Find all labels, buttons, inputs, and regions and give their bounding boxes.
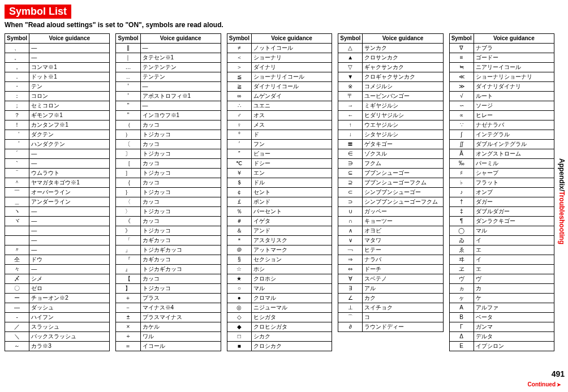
symbol-cell: ∃ (338, 284, 363, 294)
symbol-cell: ー (5, 294, 29, 303)
symbol-cell: ⇔ (338, 265, 363, 274)
table-row: ℃ドシー (227, 159, 332, 169)
symbol-cell: 〉 (116, 207, 140, 217)
symbol-cell: ⊥ (338, 303, 363, 313)
voice-cell: ヒテー (363, 245, 443, 255)
table-row: ∞ムゲンダイ (227, 92, 332, 101)
symbol-cell: ♪ (449, 188, 474, 197)
table-row: ＄ドル (227, 178, 332, 188)
col-5: SymbolVoice guidance∇ナブラ≡ゴードー≒ニアリーイコール≪シ… (449, 33, 554, 351)
voice-cell: メス (251, 120, 332, 130)
voice-cell: ― (29, 159, 110, 169)
symbol-table: SymbolVoice guidance≠ノットイコール＜ショーナリ＞ダイナリ≦… (227, 33, 332, 351)
table-row: √ルート (449, 92, 554, 101)
symbol-cell: ゝ (5, 226, 29, 236)
voice-cell: ベータ (474, 313, 554, 322)
voice-cell: トジカッコ (140, 130, 221, 140)
symbol-cell: ÷ (116, 332, 140, 342)
symbol-cell: ＞ (227, 63, 251, 72)
voice-cell: カ (474, 284, 554, 294)
table-row: ⌒コ (338, 313, 443, 322)
symbol-cell: 《 (116, 217, 140, 226)
table-row: ★クロホシ (227, 274, 332, 284)
voice-cell: シャープ (474, 169, 554, 178)
voice-cell: デルタ (474, 332, 554, 342)
symbol-cell: 」 (116, 245, 140, 255)
voice-cell: クロギャクサンカク (363, 72, 443, 82)
symbol-cell: ＠ (227, 245, 251, 255)
voice-cell: スラッシュ (29, 322, 110, 332)
voice-cell: ― (140, 101, 221, 111)
voice-cell: プラスマイナス (140, 313, 221, 322)
symbol-cell: ↑ (338, 120, 363, 130)
voice-cell: スイチョク (363, 303, 443, 313)
symbol-cell: ％ (227, 207, 251, 217)
table-row: ％パーセント (227, 207, 332, 217)
symbol-cell: ℃ (227, 159, 251, 169)
side-label-black: Appendix/ (558, 158, 566, 191)
table-row: ヽ― (5, 207, 110, 217)
table-row: 仝ドウ (5, 255, 110, 265)
voice-cell: ダガー (474, 197, 554, 207)
voice-cell: セント (251, 188, 332, 197)
table-row: 〒ユービンバンゴー (338, 92, 443, 101)
table-row: ―ダッシュ (5, 303, 110, 313)
table-row: Βベータ (449, 313, 554, 322)
table-row: ￢ヒテー (338, 245, 443, 255)
voice-cell: テン (29, 82, 110, 92)
continued-indicator: Continued (528, 381, 561, 387)
table-row: ♀メス (227, 120, 332, 130)
symbol-cell: ¶ (449, 217, 474, 226)
symbol-cell: ∫ (449, 130, 474, 140)
voice-cell: ニジューマル (251, 303, 332, 313)
symbol-cell: ‰ (449, 159, 474, 169)
symbol-cell: ‖ (116, 44, 140, 53)
symbol-cell: ∝ (449, 111, 474, 120)
symbol-cell: ＄ (227, 178, 251, 188)
voice-cell: アル (363, 284, 443, 294)
symbol-cell: ≦ (227, 72, 251, 82)
symbol-cell: ＃ (227, 217, 251, 226)
voice-cell: ― (29, 53, 110, 63)
voice-cell: タテセン※1 (140, 53, 221, 63)
voice-cell: ハンダクテン (29, 140, 110, 149)
table-row: ヶケ (449, 294, 554, 303)
table-row: ´― (5, 149, 110, 159)
voice-cell: ポンド (251, 197, 332, 207)
voice-cell: ショーナリ (251, 53, 332, 63)
symbol-cell: " (116, 111, 140, 120)
symbol-cell: ‐ (5, 313, 29, 322)
table-row: 〇ゼロ (5, 284, 110, 294)
voice-cell: ミギヤジルシ (363, 101, 443, 111)
symbol-cell: ＼ (5, 332, 29, 342)
symbol-cell: 〇 (5, 284, 29, 294)
table-row: ＆アンド (227, 226, 332, 236)
table-row: ♭フラット (449, 178, 554, 188)
voice-cell: ダンラクキゴー (474, 217, 554, 226)
table-row: ⊇ブブンシューゴーフクム (338, 178, 443, 188)
symbol-cell: ∋ (338, 159, 363, 169)
table-row: 〆シメ (5, 274, 110, 284)
table-row: ←ヒダリヤジルシ (338, 111, 443, 120)
table-row: §セクション (227, 255, 332, 265)
symbol-cell: ＋ (116, 294, 140, 303)
symbol-cell: Α (449, 303, 474, 313)
symbol-cell: ≧ (227, 82, 251, 92)
table-row: ⊆ブブンシューゴー (338, 169, 443, 178)
table-row: ＊アスタリスク (227, 236, 332, 245)
symbol-cell: ⊆ (338, 169, 363, 178)
voice-cell: クロサンカク (363, 53, 443, 63)
table-row: 【カッコ (116, 274, 221, 284)
symbol-cell: ∨ (338, 236, 363, 245)
symbol-cell: ／ (5, 322, 29, 332)
voice-cell: ナラバ (363, 255, 443, 265)
symbol-cell: ◆ (227, 322, 251, 332)
table-row: ⊂シンブブンシューゴー (338, 188, 443, 197)
table-row: ∀スベテノ (338, 274, 443, 284)
table-row: ∂ラウンドディー (338, 322, 443, 332)
voice-cell: ブブンシューゴー (363, 169, 443, 178)
symbol-cell: ◎ (227, 303, 251, 313)
voice-cell: ダクテン (29, 130, 110, 140)
symbol-cell: ， (5, 63, 29, 72)
voice-cell: ダッシュ (29, 303, 110, 313)
